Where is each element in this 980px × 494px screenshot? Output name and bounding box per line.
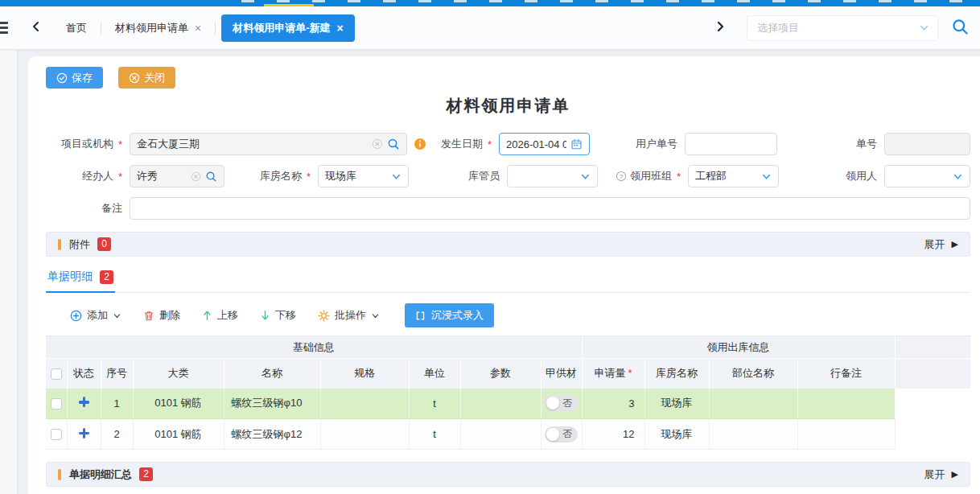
cell-qty[interactable]: 12 [582,419,644,450]
table-row-filler [895,389,970,419]
tab-close-icon[interactable]: × [195,23,201,34]
recipient-label: 领用人 [779,169,884,183]
row-new-status-icon[interactable] [79,397,89,407]
save-button[interactable]: 保存 [46,67,103,89]
col-header-10: 部位名称 [709,359,797,389]
tabs-scroll-left-icon[interactable] [31,21,42,35]
owner-supplied-toggle[interactable]: 否 [545,426,578,443]
cell-seq[interactable]: 1 [101,389,133,419]
cell-remark[interactable] [797,389,895,419]
cell-part[interactable] [709,419,797,450]
handler-label: 经办人 [46,169,130,183]
handler-value: 许秀 [137,169,187,183]
lookup-search-icon[interactable] [205,171,217,183]
cell-param[interactable] [460,389,541,419]
move-down-button[interactable]: 下移 [260,308,296,323]
project-select[interactable]: 选择项目 [747,15,938,41]
cell-seq[interactable]: 2 [101,419,133,450]
col-header-1: 序号 [101,359,133,389]
table-row: 20101 钢筋螺纹三级钢φ12t否12现场库 [46,419,970,450]
date-input[interactable]: 2026-01-04 0 [499,133,590,155]
cell-name[interactable]: 螺纹三级钢φ12 [224,419,320,450]
detail-tab-label: 单据明细 [47,270,93,284]
clear-icon[interactable] [372,138,383,150]
tab-0[interactable]: 首页 [58,15,95,41]
project-input[interactable]: 金石大厦三期 [130,133,407,155]
table-row-filler [895,419,970,450]
attachments-bar[interactable]: 附件 0 展开 ▶ [46,232,970,257]
clear-icon[interactable] [191,171,201,182]
form-row-3: 备注 [46,197,970,220]
cell-category[interactable]: 0101 钢筋 [133,419,224,450]
cell-unit[interactable]: t [409,419,460,450]
col-header-8: 申请量* [582,359,644,389]
top-menu-strip [0,0,980,6]
delete-row-button[interactable]: 删除 [143,308,180,323]
cell-unit[interactable]: t [409,389,460,419]
toggle-label: 否 [562,397,572,410]
cell-part[interactable] [709,389,797,419]
section-accent-icon [58,469,61,480]
warehouse-select[interactable]: 现场库 [318,165,409,187]
doc-no-label: 单号 [777,137,884,151]
search-icon[interactable] [951,18,969,38]
row-checkbox[interactable] [51,398,62,410]
hamburger-menu-icon[interactable] [0,19,8,36]
chevron-down-icon [953,171,963,182]
cell-spec[interactable] [320,389,409,419]
tab-1[interactable]: 材料领用申请单× [107,15,209,41]
tab-bar: 首页材料领用申请单×材料领用申请单-新建× 选择项目 [0,6,980,50]
tab-active[interactable]: 材料领用申请单-新建× [221,14,355,42]
info-icon[interactable] [414,138,426,150]
handler-input[interactable]: 许秀 [130,165,224,187]
cell-remark[interactable] [797,419,895,450]
row-checkbox-cell [46,389,67,419]
summary-count-badge: 2 [139,467,153,481]
expand-label: 展开 [924,237,945,252]
recipient-select[interactable] [884,165,970,187]
row-checkbox-cell [46,419,67,450]
immersive-entry-button[interactable]: 沉浸式录入 [405,303,494,327]
cell-warehouse[interactable]: 现场库 [644,419,709,450]
cell-spec[interactable] [320,419,409,450]
table-group-basic: 基础信息 [46,336,582,359]
team-value: 工程部 [695,169,757,183]
attachments-expand-button[interactable]: 展开 ▶ [924,237,958,252]
summary-expand-button[interactable]: 展开 ▶ [924,467,958,482]
batch-operation-button[interactable]: 批操作 [318,308,380,323]
trash-icon [143,310,154,322]
select-all-checkbox[interactable] [51,368,62,380]
tabs-scroll-right-icon[interactable] [714,21,726,35]
row-new-status-icon[interactable] [79,428,89,438]
tab-close-icon[interactable]: × [337,23,344,34]
col-header-3: 名称 [224,359,320,389]
question-circle-icon[interactable]: ? [616,171,627,182]
cell-qty[interactable]: 3 [582,389,644,419]
owner-supplied-toggle[interactable]: 否 [545,395,578,411]
project-value: 金石大厦三期 [137,137,368,151]
cell-param[interactable] [460,419,541,450]
chevron-down-icon [113,311,121,320]
row-checkbox[interactable] [51,429,62,440]
user-no-label: 用户单号 [590,137,685,151]
keeper-select[interactable] [507,165,598,187]
toggle-knob [546,397,559,410]
tab-detail-lines[interactable]: 单据明细 2 [46,270,115,293]
x-circle-icon [129,72,140,84]
calendar-icon[interactable] [570,138,583,150]
cell-name[interactable]: 螺纹三级钢φ10 [224,389,320,419]
lookup-search-icon[interactable] [387,138,400,150]
add-row-button[interactable]: 添加 [70,308,121,323]
summary-bar[interactable]: 单据明细汇总 2 展开 ▶ [46,462,970,487]
cell-category[interactable]: 0101 钢筋 [133,389,224,419]
team-select[interactable]: 工程部 [688,165,779,187]
user-no-input[interactable] [685,133,777,155]
chevron-down-icon [580,171,591,182]
remark-input[interactable] [130,197,970,220]
expand-arrow-icon: ▶ [952,239,958,249]
add-label: 添加 [87,308,108,323]
close-button[interactable]: 关闭 [118,67,175,89]
move-up-button[interactable]: 上移 [202,308,238,323]
detail-count-badge: 2 [100,270,113,284]
cell-warehouse[interactable]: 现场库 [644,389,709,419]
